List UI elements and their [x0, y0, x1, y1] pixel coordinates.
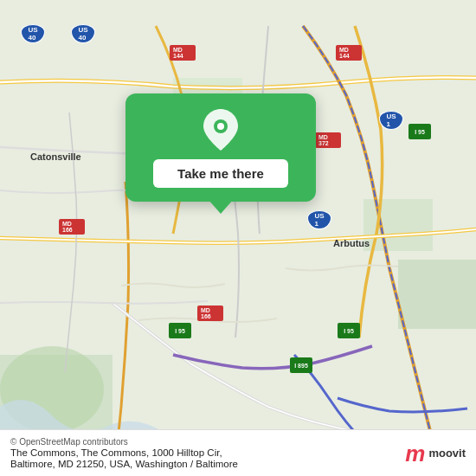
svg-point-6 [217, 123, 224, 130]
location-pin-icon [200, 109, 241, 151]
copyright-text: © OpenStreetMap contributors [10, 437, 238, 447]
map-container: Catonsville Arbutus US40 US40 MD 144 MD … [0, 0, 476, 476]
popup-card: Take me there [125, 93, 316, 202]
moovit-logo: m moovit [405, 442, 466, 465]
svg-rect-4 [398, 260, 476, 329]
take-me-there-button[interactable]: Take me there [153, 159, 288, 188]
address-line2: Baltimore, MD 21250, USA, Washington / B… [10, 459, 238, 469]
address-info: © OpenStreetMap contributors The Commons… [10, 437, 238, 469]
bottom-bar: © OpenStreetMap contributors The Commons… [0, 429, 476, 476]
map-roads [0, 0, 476, 476]
address-line1: The Commons, The Commons, 1000 Hilltop C… [10, 447, 238, 458]
moovit-wordmark: moovit [428, 447, 466, 460]
moovit-m-letter: m [405, 442, 425, 465]
